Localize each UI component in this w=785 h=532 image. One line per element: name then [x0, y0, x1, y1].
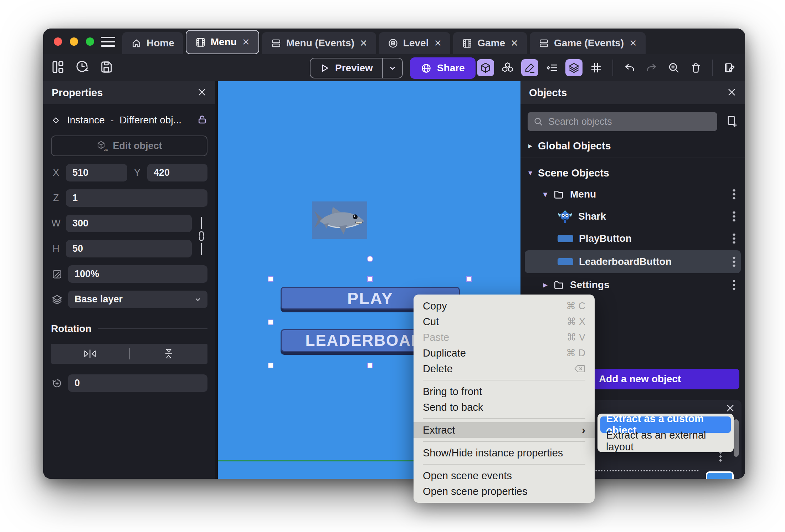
- z-field[interactable]: [66, 189, 207, 207]
- close-panel-icon[interactable]: [197, 87, 207, 98]
- tab-home[interactable]: Home: [122, 32, 183, 54]
- position-row: X Y: [51, 164, 207, 181]
- kebab-menu-icon[interactable]: [732, 278, 737, 291]
- shark-sprite[interactable]: [312, 201, 367, 239]
- rotation-field[interactable]: [68, 374, 207, 392]
- add-folder-button[interactable]: [724, 114, 738, 129]
- opacity-row: [51, 265, 207, 283]
- toolbar-right: [477, 59, 738, 76]
- kebab-menu-icon[interactable]: [732, 255, 737, 268]
- scene-objects-row[interactable]: ▾ Scene Objects: [520, 163, 745, 183]
- instance-title: Instance - Different obj...: [67, 114, 181, 126]
- panels-layout-icon[interactable]: [50, 60, 65, 75]
- flip-horizontal-button[interactable]: [51, 348, 129, 359]
- kebab-menu-icon[interactable]: [732, 210, 737, 223]
- trash-icon: [690, 62, 702, 74]
- version-history-icon[interactable]: [75, 60, 89, 75]
- redo-button[interactable]: [643, 59, 660, 76]
- chevron-down-icon: [194, 296, 202, 305]
- scene-properties-button[interactable]: [721, 59, 738, 76]
- minimize-window-button[interactable]: [70, 37, 78, 46]
- selection-handle-top-center[interactable]: [367, 276, 373, 282]
- menu-item-duplicate[interactable]: Duplicate ⌘ D: [414, 345, 595, 361]
- tab-game-events[interactable]: Game (Events) ✕: [530, 32, 646, 54]
- selection-handle-bottom-left[interactable]: [268, 363, 273, 368]
- menu-item-open-scene-properties[interactable]: Open scene properties: [414, 484, 595, 499]
- kebab-menu-icon[interactable]: [732, 232, 737, 245]
- lock-ratio-toggle[interactable]: [196, 217, 207, 255]
- edit-mode-button[interactable]: [521, 59, 538, 76]
- share-button[interactable]: Share: [410, 57, 476, 79]
- undo-button[interactable]: [621, 59, 638, 76]
- close-window-button[interactable]: [54, 37, 62, 46]
- preview-options-button[interactable]: [383, 58, 402, 78]
- menu-item-bring-to-front[interactable]: Bring to front: [414, 384, 595, 399]
- height-field[interactable]: [66, 240, 192, 257]
- menu-item-extract[interactable]: Extract ›: [414, 422, 595, 438]
- x-field[interactable]: [66, 164, 127, 181]
- submenu-item-extract-external-layout[interactable]: Extract as an external layout: [600, 433, 731, 449]
- grid-button[interactable]: [588, 59, 605, 76]
- tab-menu[interactable]: Menu ✕: [186, 30, 259, 54]
- instances-list-button[interactable]: [499, 59, 516, 76]
- close-tab-icon[interactable]: ✕: [434, 38, 442, 49]
- unlock-icon[interactable]: [197, 114, 207, 126]
- preview-button[interactable]: Preview: [311, 58, 382, 78]
- menu-item-copy[interactable]: Copy ⌘ C: [414, 298, 595, 314]
- save-icon[interactable]: [99, 60, 114, 75]
- object-shark[interactable]: Shark: [525, 206, 741, 227]
- object-leaderboardbutton[interactable]: LeaderboardButton: [525, 250, 741, 273]
- chevron-down-icon: [388, 63, 397, 73]
- close-tab-icon[interactable]: ✕: [510, 38, 518, 49]
- object-folder-menu[interactable]: ▾ Menu: [525, 184, 741, 205]
- instance-properties-button[interactable]: [543, 59, 560, 76]
- menu-item-delete[interactable]: Delete: [414, 361, 595, 377]
- object-playbutton[interactable]: PlayButton: [525, 228, 741, 249]
- edit-object-button[interactable]: 2D Edit object: [51, 135, 207, 156]
- close-tab-icon[interactable]: ✕: [242, 37, 250, 48]
- layer-dropdown[interactable]: [68, 291, 207, 308]
- instance-diamond-icon: [51, 116, 61, 125]
- menu-item-paste[interactable]: Paste ⌘ V: [414, 329, 595, 345]
- selection-handle-top-right[interactable]: [466, 276, 472, 282]
- delete-button[interactable]: [687, 59, 704, 76]
- close-panel-icon[interactable]: [725, 403, 735, 414]
- x-label: X: [51, 167, 61, 178]
- selection-handle-bottom-center[interactable]: [367, 363, 373, 368]
- menu-item-send-to-back[interactable]: Send to back: [414, 399, 595, 415]
- flip-vertical-button[interactable]: [130, 348, 208, 359]
- zoom-button[interactable]: [665, 59, 682, 76]
- shortcut: ⌘ V: [566, 332, 585, 343]
- background-color-swatch[interactable]: [706, 471, 734, 479]
- rotation-section: Rotation: [51, 323, 207, 334]
- opacity-field[interactable]: [68, 265, 207, 283]
- tab-game[interactable]: Game ✕: [453, 32, 527, 54]
- menu-item-show-hide-instance-properties[interactable]: Show/Hide instance properties: [414, 445, 595, 461]
- toolbar-center: Preview Share: [310, 57, 476, 79]
- selection-handle-top-left[interactable]: [268, 276, 273, 282]
- menu-item-open-scene-events[interactable]: Open scene events: [414, 468, 595, 484]
- close-tab-icon[interactable]: ✕: [360, 38, 368, 49]
- traffic-lights: [54, 37, 94, 46]
- tab-menu-events[interactable]: Menu (Events) ✕: [262, 32, 376, 54]
- rotate-selection-handle[interactable]: [367, 256, 373, 262]
- y-field[interactable]: [147, 164, 207, 181]
- main-menu-icon[interactable]: [100, 36, 116, 48]
- selection-handle-mid-left[interactable]: [268, 319, 273, 325]
- tab-level[interactable]: Level ✕: [379, 32, 450, 54]
- menu-item-cut[interactable]: Cut ⌘ X: [414, 314, 595, 329]
- scrollbar[interactable]: [734, 419, 739, 457]
- film-icon: [195, 37, 206, 48]
- toggle-3d-view-button[interactable]: [477, 59, 494, 76]
- kebab-menu-icon[interactable]: [732, 188, 737, 201]
- close-tab-icon[interactable]: ✕: [629, 38, 637, 49]
- maximize-window-button[interactable]: [86, 37, 94, 46]
- layer-row: [51, 291, 207, 308]
- chevron-down-icon: ▾: [528, 168, 532, 178]
- search-objects-input[interactable]: [528, 112, 717, 131]
- close-panel-icon[interactable]: [727, 87, 737, 98]
- object-folder-settings[interactable]: ▸ Settings: [525, 275, 741, 295]
- width-field[interactable]: [66, 215, 192, 232]
- global-objects-row[interactable]: ▸ Global Objects: [520, 136, 745, 155]
- layers-panel-button[interactable]: [565, 59, 583, 76]
